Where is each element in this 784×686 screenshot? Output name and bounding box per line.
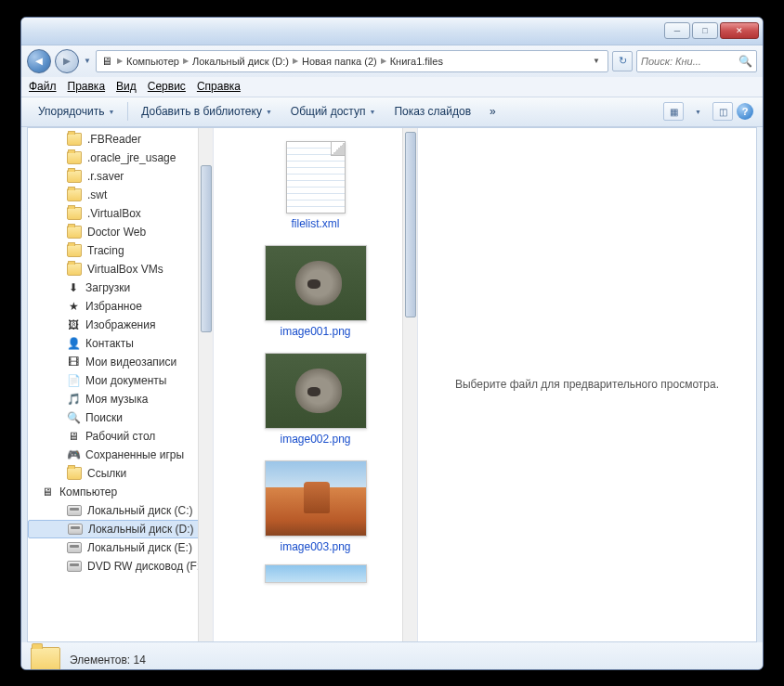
titlebar[interactable]: ─ □ ✕ <box>21 18 763 45</box>
file-item[interactable]: image002.png <box>261 349 371 449</box>
search-input[interactable] <box>641 56 738 67</box>
tree-item[interactable]: .r.saver <box>28 167 213 186</box>
forward-button[interactable]: ► <box>55 49 79 73</box>
slideshow-button[interactable]: Показ слайдов <box>386 101 478 122</box>
address-dropdown-icon[interactable]: ▼ <box>589 57 604 65</box>
folder-icon <box>67 226 82 239</box>
folder-icon <box>67 133 82 146</box>
tree-item-drive[interactable]: Локальный диск (C:) <box>28 501 213 520</box>
tree-item[interactable]: ⬇Загрузки <box>28 278 213 297</box>
tree-item[interactable]: .oracle_jre_usage <box>28 149 213 167</box>
scroll-thumb[interactable] <box>405 132 416 317</box>
tree-item[interactable]: Ссылки <box>28 464 213 483</box>
status-bar: Элементов: 14 <box>21 642 763 670</box>
tree-item-drive[interactable]: DVD RW дисковод (F:) <box>28 557 213 576</box>
menu-file[interactable]: Файл <box>29 80 57 93</box>
more-button[interactable]: » <box>482 101 503 122</box>
folder-icon <box>67 170 82 183</box>
nav-tree[interactable]: .FBReader.oracle_jre_usage.r.saver.swt.V… <box>28 128 214 641</box>
tree-item[interactable]: 🎮Сохраненные игры <box>28 446 213 464</box>
back-button[interactable]: ◄ <box>27 49 51 73</box>
breadcrumb-item[interactable]: Локальный диск (D:) <box>192 56 289 67</box>
tree-item[interactable]: ★Избранное <box>28 297 213 316</box>
Загрузки-icon: ⬇ <box>67 281 80 294</box>
breadcrumb-item[interactable]: Новая папка (2) <box>302 56 377 67</box>
view-dropdown[interactable]: ▼ <box>687 105 709 119</box>
tree-label: VirtualBox VMs <box>87 263 163 276</box>
tree-label: Рабочий стол <box>85 430 155 443</box>
view-mode-button[interactable]: ▦ <box>663 102 684 121</box>
search-box[interactable]: 🔍 <box>636 50 757 72</box>
tree-label: Моя музыка <box>85 393 148 406</box>
add-library-button[interactable]: Добавить в библиотеку▼ <box>134 101 279 122</box>
Моя музыка-icon: 🎵 <box>67 393 80 406</box>
file-thumbnail <box>265 245 367 321</box>
chevron-down-icon: ▼ <box>695 109 701 115</box>
tree-item[interactable]: 🖥Рабочий стол <box>28 427 213 446</box>
folder-icon <box>67 467 82 480</box>
computer-icon: 🖥 <box>100 55 113 68</box>
share-button[interactable]: Общий доступ▼ <box>283 101 384 122</box>
chevron-down-icon: ▼ <box>108 109 114 115</box>
breadcrumb-item[interactable]: Компьютер <box>126 56 179 67</box>
maximize-button[interactable]: □ <box>692 22 718 39</box>
refresh-button[interactable]: ↻ <box>612 51 633 71</box>
file-item[interactable]: image001.png <box>261 241 371 342</box>
tree-label: .swt <box>87 188 107 201</box>
tree-item-drive[interactable]: Локальный диск (D:) <box>28 520 213 538</box>
search-icon[interactable]: 🔍 <box>738 55 752 68</box>
menu-service[interactable]: Сервис <box>148 80 186 93</box>
tree-label: Локальный диск (D:) <box>88 523 194 536</box>
folder-icon <box>31 647 60 670</box>
tree-item-computer[interactable]: 🖥Компьютер <box>28 483 213 501</box>
tree-item[interactable]: 🖼Изображения <box>28 316 213 334</box>
Рабочий стол-icon: 🖥 <box>67 430 80 443</box>
scroll-thumb[interactable] <box>201 165 212 332</box>
tree-label: Doctor Web <box>87 226 146 239</box>
separator-icon: ▶ <box>293 57 298 65</box>
tree-item[interactable]: 🔍Поиски <box>28 408 213 427</box>
history-dropdown[interactable]: ▼ <box>83 49 92 73</box>
breadcrumb-item[interactable]: Книга1.files <box>390 56 443 67</box>
tree-item[interactable]: 📄Мои документы <box>28 371 213 390</box>
chevron-down-icon: ▼ <box>266 109 272 115</box>
scrollbar[interactable] <box>198 128 213 641</box>
menu-help[interactable]: Справка <box>197 80 241 93</box>
computer-icon: 🖥 <box>41 485 54 498</box>
tree-item[interactable]: 🎞Мои видеозаписи <box>28 353 213 371</box>
file-item[interactable]: image003.png <box>261 457 371 557</box>
address-bar[interactable]: 🖥 ▶ Компьютер ▶ Локальный диск (D:) ▶ Но… <box>96 50 608 72</box>
tree-item[interactable]: 🎵Моя музыка <box>28 390 213 408</box>
tree-item[interactable]: Doctor Web <box>28 223 213 241</box>
preview-pane-button[interactable]: ◫ <box>712 102 733 121</box>
tree-label: .FBReader <box>87 133 141 146</box>
Сохраненные игры-icon: 🎮 <box>67 448 80 461</box>
file-thumbnail <box>286 141 346 214</box>
file-name: filelist.xml <box>291 217 339 230</box>
tree-label: DVD RW дисковод (F:) <box>87 560 203 573</box>
organize-button[interactable]: Упорядочить▼ <box>31 101 122 122</box>
folder-icon <box>67 263 82 276</box>
separator-icon: ▶ <box>183 57 189 65</box>
tree-item[interactable]: .swt <box>28 186 213 204</box>
tree-item-drive[interactable]: Локальный диск (E:) <box>28 538 213 557</box>
tree-item[interactable]: .FBReader <box>28 130 213 149</box>
tree-item[interactable]: .VirtualBox <box>28 204 213 223</box>
minimize-button[interactable]: ─ <box>664 22 690 39</box>
separator <box>127 102 128 121</box>
scrollbar[interactable] <box>402 128 417 641</box>
close-button[interactable]: ✕ <box>720 22 759 39</box>
menu-edit[interactable]: Правка <box>68 80 106 93</box>
tree-label: Локальный диск (C:) <box>87 504 193 517</box>
content-area: .FBReader.oracle_jre_usage.r.saver.swt.V… <box>27 127 757 642</box>
tree-label: .oracle_jre_usage <box>87 151 176 164</box>
help-button[interactable]: ? <box>737 103 753 120</box>
tree-label: Загрузки <box>85 281 130 294</box>
tree-label: Избранное <box>85 300 142 313</box>
menu-view[interactable]: Вид <box>116 80 137 93</box>
tree-item[interactable]: Tracing <box>28 241 213 260</box>
file-list[interactable]: filelist.xmlimage001.pngimage002.pngimag… <box>214 128 418 641</box>
file-item[interactable]: filelist.xml <box>282 137 349 234</box>
tree-item[interactable]: 👤Контакты <box>28 334 213 353</box>
tree-item[interactable]: VirtualBox VMs <box>28 260 213 278</box>
